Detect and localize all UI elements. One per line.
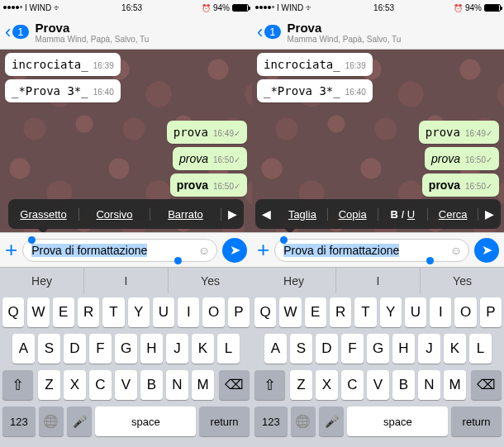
key-c[interactable]: C: [341, 370, 364, 400]
key-g[interactable]: G: [367, 334, 389, 364]
key-i[interactable]: I: [430, 297, 451, 327]
key-e[interactable]: E: [305, 297, 326, 327]
key-z[interactable]: Z: [38, 370, 60, 400]
menu-biu[interactable]: B I U: [378, 208, 429, 221]
key-p[interactable]: P: [480, 297, 502, 327]
selection-handle[interactable]: [28, 236, 36, 244]
key-p[interactable]: P: [228, 297, 250, 327]
key-n[interactable]: N: [418, 370, 440, 400]
shift-key[interactable]: [254, 370, 285, 400]
key-j[interactable]: J: [166, 334, 188, 364]
key-n[interactable]: N: [166, 370, 188, 400]
key-m[interactable]: M: [192, 370, 214, 400]
key-s[interactable]: S: [290, 334, 312, 364]
message-out[interactable]: prova16:49✓: [167, 121, 247, 144]
suggestion[interactable]: I: [336, 268, 421, 293]
menu-italic[interactable]: Corsivo: [79, 208, 150, 221]
back-button[interactable]: ‹ 1: [5, 21, 29, 43]
key-l[interactable]: L: [217, 334, 240, 364]
key-u[interactable]: U: [405, 297, 426, 327]
menu-strike[interactable]: Barrato: [150, 208, 221, 221]
globe-key[interactable]: [39, 407, 64, 436]
key-a[interactable]: A: [12, 334, 35, 364]
chat-title-area[interactable]: Prova Mamma Wind, Papà, Salvo, Tu: [288, 21, 499, 44]
selection-handle[interactable]: [426, 257, 434, 264]
key-e[interactable]: E: [53, 297, 74, 327]
message-out[interactable]: prova16:50✓: [425, 147, 499, 170]
key-v[interactable]: V: [115, 370, 137, 400]
space-key[interactable]: space: [347, 407, 448, 436]
key-o[interactable]: O: [454, 297, 476, 327]
suggestion[interactable]: I: [84, 268, 169, 293]
key-y[interactable]: Y: [128, 297, 150, 327]
selection-handle[interactable]: [280, 236, 288, 244]
delete-key[interactable]: [471, 370, 502, 400]
menu-cut[interactable]: Taglia: [278, 208, 328, 221]
mic-key[interactable]: [319, 407, 344, 436]
key-i[interactable]: I: [178, 297, 199, 327]
delete-key[interactable]: [219, 370, 250, 400]
key-q[interactable]: Q: [2, 297, 24, 327]
key-b[interactable]: B: [140, 370, 163, 400]
key-b[interactable]: B: [392, 370, 415, 400]
menu-next-icon[interactable]: ▶: [221, 207, 244, 221]
key-f[interactable]: F: [341, 334, 364, 364]
key-t[interactable]: T: [102, 297, 124, 327]
suggestion[interactable]: Hey: [252, 268, 336, 293]
message-out[interactable]: prova16:49✓: [419, 121, 499, 144]
key-c[interactable]: C: [89, 370, 112, 400]
key-r[interactable]: R: [330, 297, 351, 327]
key-r[interactable]: R: [78, 297, 99, 327]
key-f[interactable]: F: [89, 334, 112, 364]
numeric-key[interactable]: 123: [2, 407, 36, 436]
suggestion[interactable]: Hey: [0, 268, 84, 293]
chat-title-area[interactable]: Prova Mamma Wind, Papà, Salvo, Tu: [36, 21, 247, 44]
message-out[interactable]: prova16:50✓: [422, 174, 499, 197]
shift-key[interactable]: [2, 370, 33, 400]
message-in[interactable]: _*Prova 3*_16:40: [257, 79, 373, 102]
key-z[interactable]: Z: [290, 370, 312, 400]
key-u[interactable]: U: [153, 297, 174, 327]
key-d[interactable]: D: [316, 334, 338, 364]
message-in[interactable]: _*Prova 3*_16:40: [5, 79, 121, 102]
key-k[interactable]: K: [444, 334, 466, 364]
key-x[interactable]: X: [64, 370, 86, 400]
key-h[interactable]: H: [140, 334, 163, 364]
key-w[interactable]: W: [279, 297, 301, 327]
emoji-icon[interactable]: ☺: [198, 244, 210, 257]
attach-button[interactable]: +: [5, 237, 17, 263]
key-d[interactable]: D: [64, 334, 86, 364]
message-in[interactable]: incrociata_16:39: [257, 53, 373, 76]
key-a[interactable]: A: [264, 334, 287, 364]
return-key[interactable]: return: [451, 407, 502, 436]
menu-next-icon[interactable]: ▶: [478, 207, 501, 221]
menu-copy[interactable]: Copia: [328, 208, 378, 221]
send-button[interactable]: ➤: [474, 238, 499, 263]
emoji-icon[interactable]: ☺: [450, 244, 462, 257]
menu-search[interactable]: Cerca: [428, 208, 478, 221]
message-input[interactable]: Prova di formattazione ☺: [274, 239, 469, 262]
message-out[interactable]: prova16:50✓: [170, 174, 247, 197]
key-y[interactable]: Y: [380, 297, 402, 327]
attach-button[interactable]: +: [257, 237, 269, 263]
key-t[interactable]: T: [354, 297, 376, 327]
selection-handle[interactable]: [174, 257, 182, 264]
message-out[interactable]: prova16:50✓: [173, 147, 247, 170]
key-o[interactable]: O: [202, 297, 224, 327]
key-x[interactable]: X: [316, 370, 338, 400]
return-key[interactable]: return: [199, 407, 250, 436]
message-input[interactable]: Prova di formattazione ☺: [22, 239, 217, 262]
key-j[interactable]: J: [418, 334, 440, 364]
key-q[interactable]: Q: [254, 297, 276, 327]
key-v[interactable]: V: [367, 370, 389, 400]
suggestion[interactable]: Yes: [169, 268, 252, 293]
key-k[interactable]: K: [192, 334, 214, 364]
globe-key[interactable]: [291, 407, 316, 436]
message-in[interactable]: incrociata_16:39: [5, 53, 121, 76]
chat-area[interactable]: incrociata_16:39 _*Prova 3*_16:40 prova1…: [252, 50, 504, 232]
key-l[interactable]: L: [469, 334, 492, 364]
space-key[interactable]: space: [95, 407, 196, 436]
key-s[interactable]: S: [38, 334, 60, 364]
key-h[interactable]: H: [392, 334, 415, 364]
back-button[interactable]: ‹ 1: [257, 21, 281, 43]
